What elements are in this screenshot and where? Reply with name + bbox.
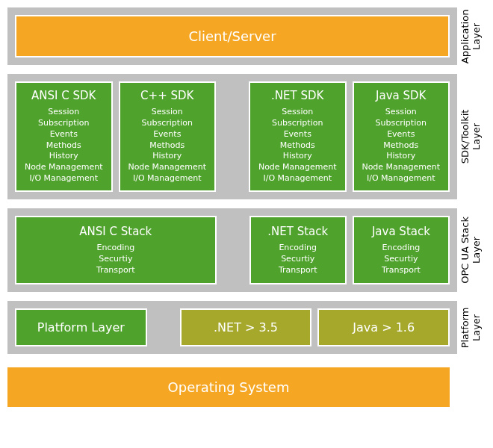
sdk-feat: Methods [383,140,418,152]
sdk-feat: Events [284,129,311,140]
stack-feat: Securtiy [99,254,132,265]
sdk-feat: Methods [46,140,81,152]
stack-title: ANSI C Stack [79,225,152,238]
stack-feat: Securtiy [281,254,314,265]
sdk-feat: History [283,151,312,162]
sdk-feat: Methods [149,140,185,152]
stack-gap [223,216,244,285]
sdk-gap [222,81,243,192]
stack-layer-body: ANSI C Stack Encoding Securtiy Transport… [7,208,457,293]
os-body: Operating System [7,367,457,407]
sdk-feat: Subscription [38,118,89,129]
sdk-feat: History [49,151,78,162]
sdk-side-label: SDK/Toolkit Layer [457,74,486,199]
stack-side-label: OPC UA Stack Layer [457,208,486,293]
client-server-title: Client/Server [188,28,276,44]
application-side-label-text: Application Layer [460,9,483,63]
stack-feat: Securtiy [384,254,418,265]
sdk-title: .NET SDK [271,89,323,102]
stack-feat: Encoding [382,243,421,254]
platform-box-dotnet: .NET > 3.5 [180,308,312,346]
sdk-feat: Events [387,129,415,140]
sdk-feat: Subscription [376,118,427,129]
stack-feat: Transport [382,265,421,276]
sdk-box-dotnet: .NET SDK Session Subscription Events Met… [249,81,347,192]
sdk-feat: Methods [280,140,315,152]
sdk-feat: Subscription [142,118,193,129]
platform-side-label: Platform Layer [457,301,486,354]
sdk-feat: I/O Management [263,173,332,184]
stack-feat: Encoding [279,243,317,254]
sdk-feat: Node Management [362,162,440,173]
stack-feat: Encoding [96,243,134,254]
sdk-feat: History [386,151,415,162]
os-title: Operating System [168,379,290,395]
sdk-layer-body: ANSI C SDK Session Subscription Events M… [7,74,457,199]
sdk-box-ansi-c: ANSI C SDK Session Subscription Events M… [15,81,113,192]
platform-gap [153,308,174,346]
sdk-feat: I/O Management [367,173,435,184]
sdk-title: Java SDK [376,89,426,102]
sdk-feat: Node Management [128,162,206,173]
sdk-feat: Node Management [25,162,103,173]
client-server-block: Client/Server [15,15,450,57]
stack-side-label-text: OPC UA Stack Layer [460,217,483,284]
stack-feat: Transport [96,265,135,276]
sdk-feat: Node Management [258,162,337,173]
stack-title: Java Stack [372,225,430,238]
os-side-spacer [457,367,486,407]
sdk-feat: Session [48,107,79,118]
application-layer-body: Client/Server [7,7,457,65]
platform-box-platform-layer: Platform Layer [15,308,147,346]
application-layer-row: Client/Server Application Layer [7,7,486,65]
platform-title: .NET > 3.5 [214,320,278,335]
sdk-feat: I/O Management [133,173,202,184]
application-side-label: Application Layer [457,7,486,65]
sdk-title: ANSI C SDK [31,89,96,102]
stack-title: .NET Stack [267,225,328,238]
platform-layer-body: Platform Layer .NET > 3.5 Java > 1.6 [7,301,457,354]
stack-box-ansi-c: ANSI C Stack Encoding Securtiy Transport [15,216,217,285]
sdk-feat: Events [50,129,78,140]
platform-side-label-text: Platform Layer [460,308,483,349]
platform-title: Java > 1.6 [353,320,415,335]
sdk-feat: Session [282,107,313,118]
sdk-side-label-text: SDK/Toolkit Layer [460,110,483,164]
sdk-feat: Subscription [272,118,323,129]
sdk-feat: Session [385,107,417,118]
platform-layer-row: Platform Layer .NET > 3.5 Java > 1.6 Pla… [7,301,486,354]
stack-feat: Transport [279,265,317,276]
os-row: Operating System [7,367,486,407]
sdk-feat: Events [153,129,181,140]
os-block: Operating System [7,367,450,407]
sdk-feat: I/O Management [29,173,98,184]
sdk-title: C++ SDK [140,89,193,102]
sdk-layer-row: ANSI C SDK Session Subscription Events M… [7,74,486,199]
platform-box-java: Java > 1.6 [317,308,450,346]
stack-layer-row: ANSI C Stack Encoding Securtiy Transport… [7,208,486,293]
stack-box-dotnet: .NET Stack Encoding Securtiy Transport [249,216,347,285]
sdk-feat: History [152,151,182,162]
sdk-box-java: Java SDK Session Subscription Events Met… [353,81,450,192]
platform-title: Platform Layer [37,320,125,335]
sdk-feat: Session [152,107,183,118]
sdk-box-cpp: C++ SDK Session Subscription Events Meth… [119,81,217,192]
stack-box-java: Java Stack Encoding Securtiy Transport [353,216,450,285]
